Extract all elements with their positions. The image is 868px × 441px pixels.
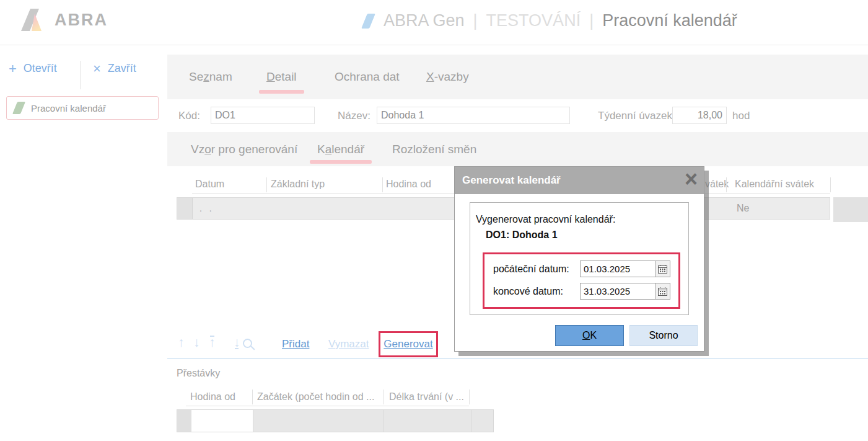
section-divider <box>167 358 868 359</box>
dialog-title: Generovat kalendář <box>462 174 561 187</box>
window-title: ABRA Gen | TESTOVÁNÍ | Pracovní kalendář <box>364 11 737 30</box>
tab-seznam[interactable]: Seznam <box>189 55 232 99</box>
cancel-button[interactable]: Storno <box>629 325 698 346</box>
move-to-top-icon[interactable]: ↑ <box>209 335 216 350</box>
dialog-close-icon[interactable]: × <box>685 166 698 193</box>
delete-link[interactable]: Vymazat <box>328 336 369 352</box>
open-button-label: Otevřít <box>24 62 57 75</box>
breaks-column-zacatek[interactable]: Začátek (počet hodin od ... <box>257 388 374 406</box>
close-button-label: Zavřít <box>108 62 136 75</box>
column-header-kalendarni-svatek[interactable]: Kalendářní svátek <box>735 176 814 193</box>
column-separator <box>383 390 384 404</box>
abra-gen-window: ABRA ABRA Gen | TESTOVÁNÍ | Pracovní kal… <box>0 0 868 441</box>
breaks-column-hodina-od[interactable]: Hodina od <box>190 388 235 406</box>
start-date-field <box>580 261 670 277</box>
cell-divider <box>384 410 384 432</box>
plus-icon: + <box>9 63 17 75</box>
column-separator <box>726 177 727 192</box>
start-date-input[interactable] <box>581 261 655 277</box>
edit-cell-hodina-od[interactable] <box>191 410 253 432</box>
breaks-section-label: Přestávky <box>177 368 220 379</box>
dialog-body: Vygenerovat pracovní kalendář: DO1: Doho… <box>455 194 704 351</box>
sidebar-item-pracovni-kalendar[interactable]: Pracovní kalendář <box>6 96 159 120</box>
move-to-bottom-icon[interactable]: ↓ <box>234 335 240 350</box>
tydenni-uvazek-input[interactable] <box>672 107 727 124</box>
page-title: Pracovní kalendář <box>602 11 737 30</box>
title-separator: | <box>589 11 594 30</box>
tab-x-vazby[interactable]: X-vazby <box>426 55 469 99</box>
column-header-svatek-partial[interactable]: vátek <box>705 176 729 193</box>
cell-kalendarni-svatek: Ne <box>737 198 749 219</box>
tab-kalendar[interactable]: Kalendář <box>317 132 364 166</box>
end-date-input[interactable] <box>581 283 655 299</box>
column-separator <box>382 177 383 192</box>
row-selector-cell[interactable] <box>177 198 193 219</box>
dialog-subject: DO1: Dohoda 1 <box>486 229 558 241</box>
environment-name: TESTOVÁNÍ <box>486 11 581 30</box>
open-button[interactable]: + Otevřít <box>9 62 57 75</box>
ok-button[interactable]: OK <box>555 325 624 346</box>
column-separator <box>469 390 470 404</box>
nazev-input[interactable] <box>377 107 570 124</box>
column-header-hodina-od[interactable]: Hodina od <box>386 176 431 193</box>
generate-calendar-dialog: Generovat kalendář × Vygenerovat pracovn… <box>454 166 704 352</box>
close-agenda-button[interactable]: × Zavřít <box>93 62 136 75</box>
column-separator <box>266 177 267 192</box>
main-tab-bar: Seznam Detail Ochrana dat X-vazby <box>167 55 868 99</box>
search-icon[interactable] <box>243 339 252 348</box>
row-filler <box>833 197 868 222</box>
close-icon: × <box>93 63 101 75</box>
sidebar-toolbar-divider <box>81 61 81 89</box>
move-up-icon[interactable]: ↑ <box>178 335 185 350</box>
end-date-field <box>580 283 670 300</box>
calendar-picker-icon[interactable] <box>655 283 670 299</box>
tab-vzor-pro-generovani[interactable]: Vzor pro generování <box>191 132 297 166</box>
breaks-table-row[interactable] <box>177 409 494 432</box>
tab-rozlozeni-smen[interactable]: Rozložení směn <box>392 132 476 166</box>
nazev-label: Název: <box>338 99 370 132</box>
tab-ochrana-dat[interactable]: Ochrana dat <box>335 55 400 99</box>
abra-logo: ABRA <box>21 9 108 31</box>
title-separator: | <box>473 11 478 30</box>
start-date-label: počáteční datum: <box>493 261 569 277</box>
tab-detail[interactable]: Detail <box>266 55 297 99</box>
kod-input[interactable] <box>211 107 315 124</box>
cell-divider <box>471 410 471 432</box>
app-name: ABRA Gen <box>384 11 465 30</box>
end-date-label: koncové datum: <box>493 283 563 300</box>
generate-annotation-box: Generovat <box>379 331 438 357</box>
calendar-picker-icon[interactable] <box>655 261 670 277</box>
header-underline <box>186 406 469 406</box>
column-separator <box>830 177 831 192</box>
kod-label: Kód: <box>178 99 200 132</box>
sub-tab-bar: Vzor pro generování Kalendář Rozložení s… <box>167 132 868 166</box>
abra-logo-text: ABRA <box>55 11 108 30</box>
page-title-icon <box>361 14 375 29</box>
row-selector-cell[interactable] <box>177 410 192 432</box>
sidebar-item-label: Pracovní kalendář <box>31 103 106 114</box>
dialog-message: Vygenerovat pracovní kalendář: <box>476 214 615 225</box>
generate-link[interactable]: Generovat <box>384 336 432 352</box>
cell-datum: . . <box>199 198 214 219</box>
agenda-icon <box>12 102 25 114</box>
uvazek-unit-label: hod <box>732 99 750 132</box>
column-separator <box>252 390 253 404</box>
add-link[interactable]: Přidat <box>282 336 309 352</box>
move-down-icon[interactable]: ↓ <box>193 335 200 350</box>
tydenni-uvazek-label: Týdenní úvazek: <box>598 99 675 132</box>
detail-form: Kód: Název: Týdenní úvazek: hod <box>167 99 868 132</box>
dialog-title-bar[interactable]: Generovat kalendář × <box>455 167 704 194</box>
breaks-column-delka[interactable]: Délka trvání (v ... <box>389 388 464 406</box>
column-header-zakladni-typ[interactable]: Základní typ <box>271 176 325 193</box>
abra-logo-icon <box>21 9 48 31</box>
top-header: ABRA ABRA Gen | TESTOVÁNÍ | Pracovní kal… <box>0 0 868 45</box>
column-header-datum[interactable]: Datum <box>195 176 224 193</box>
